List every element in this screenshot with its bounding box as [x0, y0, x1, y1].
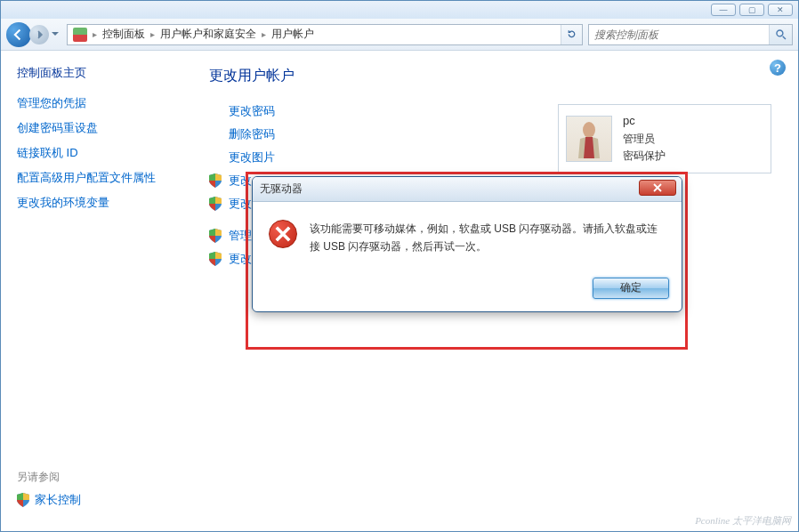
search-button[interactable]: [769, 25, 792, 44]
sidebar: 控制面板主页 管理您的凭据 创建密码重设盘 链接联机 ID 配置高级用户配置文件…: [1, 51, 188, 531]
shield-icon: [209, 173, 222, 188]
sidebar-footer-link-label: 家长控制: [35, 492, 81, 508]
sidebar-link[interactable]: 管理您的凭据: [17, 95, 171, 111]
sidebar-footer: 另请参阅 家长控制: [17, 470, 171, 517]
error-icon: [269, 220, 297, 248]
dialog-body: 该功能需要可移动媒体，例如，软盘或 USB 闪存驱动器。请插入软盘或连接 USB…: [253, 202, 682, 269]
shield-icon: [17, 493, 29, 507]
breadcrumb-item[interactable]: 用户帐户和家庭安全: [157, 27, 260, 42]
breadcrumb-item[interactable]: 用户帐户: [268, 27, 318, 42]
user-info: pc 管理员 密码保护: [623, 112, 666, 165]
window-frame: — ▢ ✕ ▸ 控制面板 ▸ 用户帐户和家庭安全 ▸ 用户帐户: [0, 0, 799, 532]
page-title: 更改用户帐户: [209, 67, 777, 85]
user-name: pc: [623, 112, 666, 131]
sidebar-link[interactable]: 配置高级用户配置文件属性: [17, 170, 171, 186]
sidebar-footer-link[interactable]: 家长控制: [17, 492, 171, 508]
sidebar-link[interactable]: 更改我的环境变量: [17, 195, 171, 211]
forward-button[interactable]: [29, 25, 49, 44]
breadcrumb-sep: ▸: [91, 29, 99, 39]
dialog-close-button[interactable]: [639, 180, 676, 196]
shield-icon: [209, 229, 222, 243]
search-input[interactable]: [594, 28, 792, 41]
search-box[interactable]: [588, 24, 793, 45]
navbar: ▸ 控制面板 ▸ 用户帐户和家庭安全 ▸ 用户帐户: [1, 19, 798, 51]
svg-point-0: [777, 30, 783, 36]
user-role: 管理员: [623, 131, 666, 148]
sidebar-home[interactable]: 控制面板主页: [17, 65, 171, 81]
user-pw-status: 密码保护: [623, 148, 666, 165]
user-card: pc 管理员 密码保护: [558, 104, 771, 173]
refresh-button[interactable]: [561, 25, 582, 44]
maximize-button[interactable]: ▢: [739, 4, 764, 16]
svg-point-1: [583, 122, 595, 138]
breadcrumb-sep: ▸: [149, 29, 157, 39]
breadcrumb-sep: ▸: [260, 29, 268, 39]
address-bar[interactable]: ▸ 控制面板 ▸ 用户帐户和家庭安全 ▸ 用户帐户: [67, 24, 583, 45]
dialog-titlebar[interactable]: 无驱动器: [253, 177, 682, 202]
sidebar-footer-label: 另请参阅: [17, 470, 171, 485]
nav-history-dropdown[interactable]: [49, 22, 61, 47]
close-button[interactable]: ✕: [768, 4, 793, 16]
avatar: [566, 116, 612, 162]
control-panel-icon: [73, 28, 87, 42]
dialog-buttons: 确定: [253, 269, 682, 311]
shield-icon: [209, 252, 222, 266]
back-button[interactable]: [6, 22, 31, 47]
dialog-message: 该功能需要可移动媒体，例如，软盘或 USB 闪存驱动器。请插入软盘或连接 USB…: [310, 220, 666, 256]
dialog-title: 无驱动器: [260, 181, 303, 197]
help-icon[interactable]: ?: [770, 60, 786, 76]
nav-buttons: [6, 22, 61, 47]
sidebar-link[interactable]: 链接联机 ID: [17, 145, 171, 161]
shield-icon: [209, 197, 222, 211]
watermark: Pconline 太平洋电脑网: [695, 514, 791, 528]
sidebar-link[interactable]: 创建密码重设盘: [17, 120, 171, 136]
ok-button[interactable]: 确定: [593, 278, 669, 299]
titlebar: — ▢ ✕: [1, 1, 798, 19]
minimize-button[interactable]: —: [711, 4, 736, 16]
error-dialog: 无驱动器 该功能需要可移动媒体，例如，软盘或 USB 闪存驱动器。请插入软盘或连…: [252, 176, 682, 312]
breadcrumb-item[interactable]: 控制面板: [99, 27, 149, 42]
